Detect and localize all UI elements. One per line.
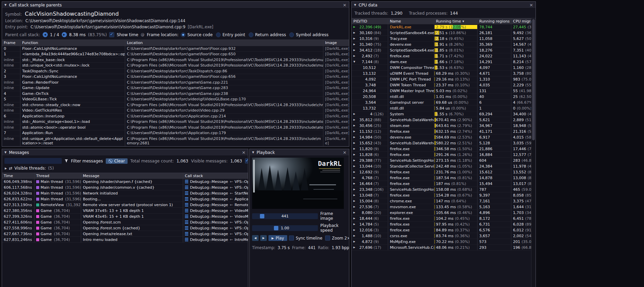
column-header[interactable]: Function (20, 40, 125, 46)
collapse-arrow-icon[interactable]: ▼ (252, 151, 254, 154)
expand-arrow-icon[interactable]: ▶ (353, 223, 356, 226)
callstack-cell[interactable]: DebugLog::Message←StartNetwo (183, 190, 248, 196)
expand-arrow-icon[interactable]: ▶ (353, 188, 356, 191)
callstack-row[interactable]: inlinestd::_Mutex_base::lockC:\Program F… (2, 57, 349, 63)
callstack-row[interactable]: 7Application::RunC:\Users\wolf\Desktop\d… (2, 130, 349, 136)
callstack-row[interactable]: inlinestd::unique_ptr<Application,std::d… (2, 136, 349, 146)
close-icon[interactable]: × (343, 150, 347, 155)
message-row[interactable]: 626,833,622nsMain thread(31,596)Booting.… (2, 196, 248, 202)
cpu-row[interactable]: ▶11,152(12)firefox.exe632.15 ms(2.74%)41… (352, 129, 531, 134)
cpu-scrollbar[interactable] (531, 18, 536, 287)
cpu-row[interactable]: ▶13,048(7)firefox.exe154.28 ms(0.67%)9,3… (352, 192, 531, 198)
callstack-row[interactable]: 8mainC:\Users\wolf\Desktop\darkrl\src\En… (2, 146, 349, 147)
expand-arrow-icon[interactable]: ▶ (353, 217, 356, 220)
message-row[interactable]: 626,024,328nsMain thread(31,596)Network … (2, 190, 248, 196)
callstack-row[interactable]: 5VideoGLBase::TickC:\Users\wolf\Desktop\… (2, 97, 349, 102)
expand-arrow-icon[interactable]: ▶ (353, 113, 356, 115)
cpu-row[interactable]: 10,512DWM Compositor Thread1.53 s(6.63%)… (352, 65, 531, 71)
cpu-row[interactable]: ▶4,768(7)firefox.exe187.54 ms(0.81%)14,8… (352, 175, 531, 181)
callstack-row[interactable]: inlineGame::UpdateC:\Users\wolf\Desktop\… (2, 85, 349, 91)
message-row[interactable]: 627,831,246nsGame(36,704)Intro menu load… (2, 237, 248, 243)
collapse-arrow-icon[interactable]: ▼ (4, 151, 6, 154)
cpu-row[interactable]: 13,732ntdll.dll5.84 us(0.00%)10(0.00%) (352, 105, 531, 111)
callstack-row[interactable]: 6Application::InnerLoopC:\Users\wolf\Des… (2, 114, 349, 119)
column-header[interactable]: Thread (34, 173, 81, 179)
expand-arrow-icon[interactable]: ▶ (353, 165, 356, 168)
message-row[interactable]: 627,667,736nsGame(36,704)Opening /meta/r… (2, 231, 248, 237)
cpu-row[interactable]: ▶11,828(6)firefox.exe291.26 ms(1.26%)16,… (352, 152, 531, 158)
callstack-row[interactable]: inlinestd::unique_lock<std::mutex>::lock… (2, 63, 349, 69)
callstack-cell[interactable]: DebugLog::Message←IntroMenu:: (183, 237, 248, 242)
cpu-row[interactable]: ▶30,160(84)ScriptedSandbox64.exe2.51 s(1… (352, 30, 531, 36)
cpu-row[interactable]: ▼7,144(8)dwm.exe1.66 s(7.18%)14,2918,214… (352, 59, 531, 65)
expand-arrow-icon[interactable]: ▶ (353, 194, 356, 197)
play-button[interactable]: ▶ Play (268, 235, 287, 241)
callstack-cell[interactable]: DebugLog::Message←VideoMemo (183, 214, 248, 219)
clear-button[interactable]: Clear (106, 158, 128, 164)
cpu-row[interactable]: ▶31,340(75)devenv.exe1.91 s(8.26%)35,369… (352, 42, 531, 47)
column-header[interactable]: Running regions (478, 18, 511, 24)
message-row[interactable]: 606,049,398nsMain thread(31,596)Opening … (2, 179, 248, 185)
message-row[interactable]: 627,313,190nsRemoteView(31,392)Remote vi… (2, 202, 248, 208)
collapse-arrow-icon[interactable]: ▼ (354, 3, 356, 6)
cpu-row[interactable]: ▶8,080(20)explorer.exe105.66 ms(0.46%)4,… (352, 210, 531, 216)
callstack-row[interactable]: inlinestd::chrono::steady_clock::nowC:\P… (2, 102, 349, 108)
cpu-row[interactable]: ▶22,396(49)DarkRL.exe2.79 s(12.06%)78,74… (352, 24, 531, 30)
visible-threads-row[interactable]: ▶ ⇄ Visible threads: (5) (2, 166, 248, 173)
cpu-row[interactable]: ▶18,444(6)firefox.exe104.2 ms(0.45%)8,17… (352, 216, 531, 221)
callstack-row[interactable]: 1<lambda_84a19dc444fae966ca174e83e708bdc… (2, 52, 349, 57)
expand-arrow-icon[interactable]: ▶ (353, 136, 356, 139)
expand-arrow-icon[interactable]: ▶ (353, 26, 356, 28)
expand-arrow-icon[interactable]: ▶ (353, 142, 356, 144)
column-header[interactable]: PID/TID (352, 18, 388, 24)
callstack-cell[interactable]: DebugLog::Message←VideoMemo (183, 208, 248, 213)
callstack-row[interactable]: 4Game::OnTickC:\Users\wolf\Desktop\darkr… (2, 91, 349, 97)
expand-arrow-icon[interactable]: ▶ (353, 147, 356, 150)
cpu-row[interactable]: ▶13,044(10)StandardCollector.Servic242.4… (352, 163, 531, 169)
callstack-row[interactable]: 3Floor::CalcLightNoLuminanceC:\Users\wol… (2, 74, 349, 80)
radio-source-code[interactable]: Source code (181, 32, 213, 37)
callstack-row[interactable]: inlinestd::_Atomic_storage<bool,1>::load… (2, 119, 349, 125)
callstack-cell[interactable]: DebugLog::Message←VFS::Open (183, 185, 248, 190)
callstack-cell[interactable]: DebugLog::Message←VFS::Open (183, 231, 248, 236)
expand-arrow-icon[interactable]: ▶ (353, 176, 356, 179)
callstack-row[interactable]: inlinestd::atomic<bool>::operator boolC:… (2, 125, 349, 131)
cpu-row[interactable]: ▶14,984(50)devenv.exe584.69 ms(2.53%)6,9… (352, 134, 531, 140)
cpu-row[interactable]: ▶12,692(9)firefox.exe231.76 ms(1.00%)15,… (352, 169, 531, 175)
expand-arrow-icon[interactable]: ▶ (5, 167, 7, 170)
expand-arrow-icon[interactable]: ▶ (353, 43, 356, 46)
location-path[interactable]: C:\Users\wolf\Desktop\darkrl\src\game\vi… (26, 18, 186, 23)
column-header[interactable]: Message (81, 173, 183, 179)
expand-arrow-icon[interactable]: ▶ (353, 205, 356, 208)
message-row[interactable]: 627,380,356nsGame(36,704)VRAM 37x45: 13 … (2, 208, 248, 214)
expand-arrow-icon[interactable]: ▶ (353, 49, 356, 52)
next-frame-button[interactable]: ▶ (260, 235, 267, 241)
callstack-cell[interactable]: DebugLog::Message←VFS::Open (183, 179, 248, 184)
cpu-row[interactable]: ▶29,388(77)ServiceHub.SettingsHost273.15… (352, 158, 531, 163)
cpu-row[interactable]: 20,508ntdll.dll1.01 ms(0.00%)4025(62.50%… (352, 94, 531, 100)
messages-titlebar[interactable]: ▼ Messages × (2, 149, 248, 156)
prev-frame-button[interactable]: ◀ (252, 235, 259, 241)
cpu-row[interactable]: ▶15,652(43)ServiceHub.DataWarehou580.22 … (352, 140, 531, 146)
message-row[interactable]: 627,399,326nsGame(36,704)VRAM 43x45: 15 … (2, 214, 248, 219)
cpu-row[interactable]: 4,092DWM LPC Port Thread29.16 ms(0.13%)1… (352, 76, 531, 82)
cpu-row[interactable]: ▶15,004(8)chrome.exe147 ms(0.64%)7,1613,… (352, 198, 531, 204)
expand-arrow-icon[interactable]: ▶ (353, 229, 356, 231)
message-row[interactable]: 627,558,996nsGame(36,704)Opening /forest… (2, 225, 248, 231)
show-time-checkbox[interactable] (109, 32, 114, 37)
cpu-row[interactable]: ▶34,412(18)ScriptedSandbox64.exe1.85 s(8… (352, 47, 531, 53)
column-header[interactable]: Call stack (183, 173, 248, 179)
message-row[interactable]: 606,117,568nsMain thread(31,596)Opening … (2, 185, 248, 190)
cpu-row[interactable]: ▶16,464(7)firefox.exe187 ms(0.81%)15,494… (352, 181, 531, 187)
cpu-row[interactable]: ▶23,348(106)ServiceHub.SettingsHost158.0… (352, 187, 531, 192)
expand-arrow-icon[interactable]: ▶ (353, 55, 356, 57)
callstack-cell[interactable]: DebugLog::Message←Application: (183, 196, 248, 202)
close-icon[interactable]: × (343, 3, 347, 7)
radio-symbol-address[interactable]: Symbol address (289, 32, 328, 37)
column-header[interactable]: Frame (2, 40, 20, 46)
sync-timeline-checkbox[interactable] (289, 235, 294, 241)
expand-arrow-icon[interactable]: ▶ (353, 130, 356, 133)
cpu-row[interactable]: 13,132uDWM Event Thread68.29 ms(0.30%)4,… (352, 71, 531, 76)
callstack-row[interactable]: inlineGame::RenderFloorC:\Users\wolf\Des… (2, 80, 349, 86)
expand-arrow-icon[interactable]: ▶ (353, 153, 356, 156)
